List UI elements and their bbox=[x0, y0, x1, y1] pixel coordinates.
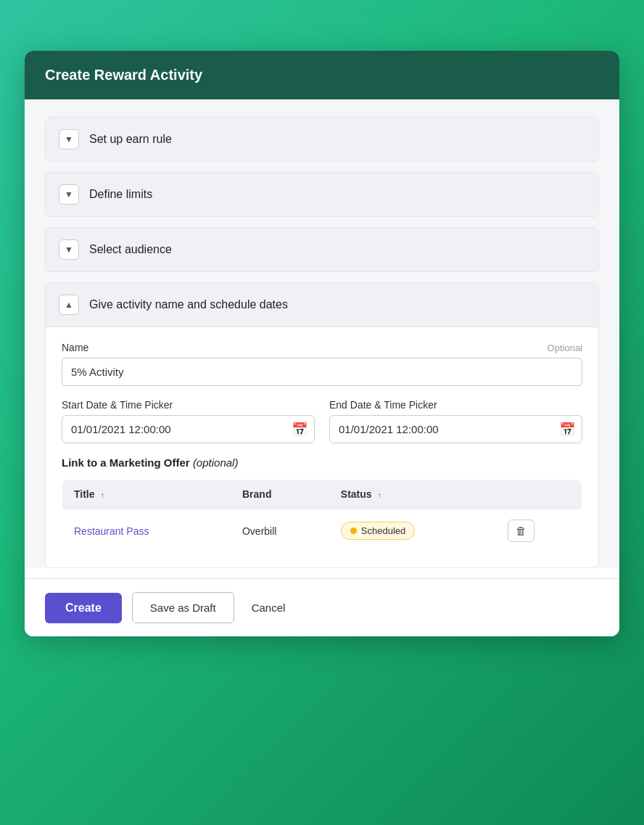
table-row: Restaurant Pass Overbill Scheduled 🗑 bbox=[62, 509, 582, 553]
offer-title-link[interactable]: Restaurant Pass bbox=[74, 525, 149, 537]
earn-rule-toggle[interactable]: ▼ bbox=[59, 129, 79, 149]
end-date-wrapper: 📅 bbox=[329, 415, 582, 443]
start-date-input[interactable] bbox=[62, 415, 315, 443]
modal-footer: Create Save as Draft Cancel bbox=[25, 578, 619, 636]
modal-title: Create Reward Activity bbox=[45, 67, 202, 83]
activity-details-body: Name Optional Start Date & Time Picker 📅 bbox=[46, 327, 598, 567]
save-draft-button[interactable]: Save as Draft bbox=[132, 592, 234, 623]
col-brand: Brand bbox=[231, 480, 329, 509]
offer-brand-cell: Overbill bbox=[231, 509, 329, 553]
col-actions bbox=[496, 480, 582, 509]
section-activity-details: ▲ Give activity name and schedule dates … bbox=[45, 282, 599, 568]
end-date-group: End Date & Time Picker 📅 bbox=[329, 399, 582, 443]
offers-table-body: Restaurant Pass Overbill Scheduled 🗑 bbox=[62, 509, 582, 553]
start-date-label: Start Date & Time Picker bbox=[62, 399, 315, 411]
status-sort-icon[interactable]: ↑ bbox=[378, 491, 382, 499]
offer-title-cell: Restaurant Pass bbox=[62, 509, 231, 553]
end-date-input[interactable] bbox=[329, 415, 582, 443]
define-limits-label: Define limits bbox=[89, 188, 152, 201]
offers-table: Title ↑ Brand Status ↑ bbox=[62, 479, 582, 553]
status-dot bbox=[350, 528, 357, 534]
end-date-label: End Date & Time Picker bbox=[329, 399, 582, 411]
offers-table-header-row: Title ↑ Brand Status ↑ bbox=[62, 480, 582, 509]
activity-details-header: ▲ Give activity name and schedule dates bbox=[46, 283, 598, 327]
offer-status-cell: Scheduled bbox=[329, 509, 496, 553]
activity-details-label: Give activity name and schedule dates bbox=[89, 298, 288, 311]
earn-rule-label: Set up earn rule bbox=[89, 133, 172, 146]
activity-details-toggle[interactable]: ▲ bbox=[59, 295, 79, 315]
modal-header: Create Reward Activity bbox=[25, 51, 619, 99]
section-select-audience: ▼ Select audience bbox=[45, 227, 599, 272]
section-define-limits: ▼ Define limits bbox=[45, 172, 599, 217]
modal-body: ▼ Set up earn rule ▼ Define limits ▼ Sel… bbox=[25, 99, 619, 568]
create-reward-modal: Create Reward Activity ▼ Set up earn rul… bbox=[25, 51, 619, 636]
name-input[interactable] bbox=[62, 358, 582, 386]
select-audience-toggle[interactable]: ▼ bbox=[59, 239, 79, 260]
title-sort-icon[interactable]: ↑ bbox=[100, 491, 104, 499]
delete-offer-button[interactable]: 🗑 bbox=[508, 520, 534, 542]
offer-actions-cell: 🗑 bbox=[496, 509, 582, 553]
marketing-offer-label: Link to a Marketing Offer (optional) bbox=[62, 456, 582, 469]
section-earn-rule: ▼ Set up earn rule bbox=[45, 117, 599, 162]
offers-table-head: Title ↑ Brand Status ↑ bbox=[62, 480, 582, 509]
col-title: Title ↑ bbox=[62, 480, 231, 509]
status-label: Scheduled bbox=[361, 525, 405, 536]
name-optional: Optional bbox=[548, 342, 582, 353]
select-audience-label: Select audience bbox=[89, 243, 172, 256]
name-label-row: Name Optional bbox=[62, 342, 582, 353]
start-date-group: Start Date & Time Picker 📅 bbox=[62, 399, 315, 443]
create-button[interactable]: Create bbox=[45, 593, 122, 623]
cancel-button[interactable]: Cancel bbox=[244, 593, 293, 623]
name-field-group: Name Optional bbox=[62, 342, 582, 386]
start-date-wrapper: 📅 bbox=[62, 415, 315, 443]
name-label: Name bbox=[62, 342, 88, 353]
define-limits-toggle[interactable]: ▼ bbox=[59, 184, 79, 205]
status-badge: Scheduled bbox=[341, 522, 415, 540]
date-fields-row: Start Date & Time Picker 📅 End Date & Ti… bbox=[62, 399, 582, 443]
col-status: Status ↑ bbox=[329, 480, 496, 509]
